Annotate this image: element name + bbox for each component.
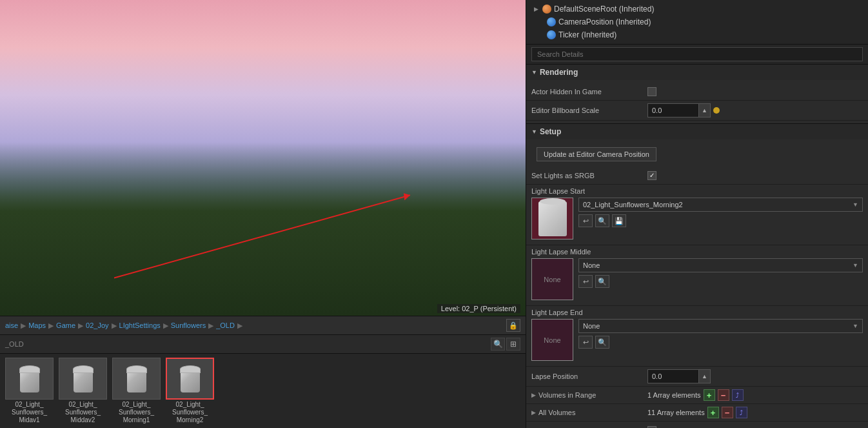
right-panel: ▶ DefaultSceneRoot (Inherited) CameraPos… <box>526 0 868 428</box>
billboard-scale-label: Editor Billboard Scale <box>531 107 647 114</box>
current-folder-label: _OLD <box>5 340 489 348</box>
breadcrumb-item-old[interactable]: _OLD <box>216 321 235 329</box>
light-lapse-middle-label: Light Lapse Middle <box>531 248 863 256</box>
light-lapse-end-label: Light Lapse End <box>531 309 863 316</box>
none-label: None <box>544 276 560 283</box>
setup-section-content: Update at Editor Camera Position Set Lig… <box>526 139 868 428</box>
breadcrumb-item-game[interactable]: Game <box>56 321 75 329</box>
all-volumes-text: All Volumes <box>538 409 575 416</box>
hierarchy-item-camera-position[interactable]: CameraPosition (Inherited) <box>531 15 863 28</box>
actor-hidden-checkbox[interactable] <box>647 87 656 96</box>
light-lapse-start-content: 02_Light_Sunflowers_Morning2 ▼ ↩ 🔍 💾 <box>531 198 863 239</box>
light-lapse-middle-dropdown-value: None <box>583 261 600 269</box>
actor-hidden-value <box>647 87 863 96</box>
update-btn-row: Update at Editor Camera Position <box>526 142 868 167</box>
lapse-position-input-group: ▲ <box>647 369 711 383</box>
light-lapse-middle-content: None None ▼ ↩ 🔍 <box>531 258 863 300</box>
property-light-lapse-middle: Light Lapse Middle None None ▼ ↩ <box>526 245 868 306</box>
lapse-position-input[interactable] <box>647 369 699 383</box>
assets-grid: 02_Light_Sunflowers_Midav1 02_Light_Sunf… <box>0 354 526 428</box>
view-options-button[interactable]: ⊞ <box>506 338 520 351</box>
breadcrumb-item-sunflowers[interactable]: Sunflowers <box>171 321 206 329</box>
dropdown-arrow-icon-2: ▼ <box>853 262 858 269</box>
volumes-range-text: Volumes in Range <box>538 391 596 399</box>
property-update-directional-light: Update Directional Light in Game <box>526 422 868 428</box>
asset-item-1[interactable]: 02_Light_Sunflowers_Middav2 <box>59 358 107 424</box>
asset-search-bar: _OLD 🔍 ⊞ <box>0 335 526 354</box>
default-scene-root-label: DefaultSceneRoot (Inherited) <box>554 5 654 14</box>
light-lapse-start-save-btn[interactable]: 💾 <box>612 214 626 227</box>
asset-search-button[interactable]: 🔍 <box>491 338 505 351</box>
volumes-range-export-btn[interactable]: ⤴ <box>732 389 744 401</box>
lapse-position-arrow[interactable]: ▲ <box>699 369 711 383</box>
hierarchy-item-ticker[interactable]: Ticker (Inherited) <box>531 28 863 41</box>
volumes-range-add-btn[interactable]: + <box>704 389 715 401</box>
breadcrumb-item-maps[interactable]: Maps <box>28 321 46 329</box>
light-lapse-end-actions: ↩ 🔍 <box>578 336 863 349</box>
camera-position-label: CameraPosition (Inherited) <box>558 17 651 26</box>
rendering-collapse-arrow: ▼ <box>531 69 537 76</box>
breadcrumb-item-02joy[interactable]: 02_Joy <box>86 321 108 329</box>
property-volumes-in-range: ▶ Volumes in Range 1 Array elements + − … <box>526 387 868 404</box>
volumes-range-count: 1 Array elements <box>647 391 701 399</box>
asset-thumbnail-2 <box>112 358 161 400</box>
property-all-volumes: ▶ All Volumes 11 Array elements + − ⤴ <box>526 404 868 422</box>
light-lapse-start-dropdown[interactable]: 02_Light_Sunflowers_Morning2 ▼ <box>578 198 863 212</box>
asset-item-2[interactable]: 02_Light_Sunflowers_Morning1 <box>112 358 161 424</box>
light-lapse-middle-reset-btn[interactable]: ↩ <box>578 275 593 288</box>
lock-button[interactable]: 🔒 <box>506 319 520 332</box>
hierarchy-item-default-scene-root[interactable]: ▶ DefaultSceneRoot (Inherited) <box>531 3 863 15</box>
all-volumes-del-btn[interactable]: − <box>722 407 733 418</box>
light-lapse-end-search-btn[interactable]: 🔍 <box>595 336 609 349</box>
light-lapse-start-reset-btn[interactable]: ↩ <box>578 214 593 227</box>
asset-label-0: 02_Light_Sunflowers_Midav1 <box>12 401 47 424</box>
light-lapse-middle-dropdown[interactable]: None ▼ <box>578 258 863 272</box>
all-volumes-triangle: ▶ <box>531 409 536 416</box>
billboard-scale-value: ▲ <box>647 103 863 117</box>
billboard-scale-indicator <box>713 107 720 114</box>
light-lapse-middle-search-btn[interactable]: 🔍 <box>595 275 609 288</box>
asset-item-0[interactable]: 02_Light_Sunflowers_Midav1 <box>5 358 54 424</box>
billboard-scale-input[interactable] <box>647 103 699 117</box>
set-lights-srgb-value <box>647 171 863 180</box>
update-directional-light-checkbox[interactable] <box>647 426 656 429</box>
all-volumes-export-btn[interactable]: ⤴ <box>736 407 747 418</box>
setup-section: ▼ Setup Update at Editor Camera Position… <box>526 124 868 428</box>
update-editor-camera-btn[interactable]: Update at Editor Camera Position <box>537 147 656 161</box>
light-lapse-start-search-btn[interactable]: 🔍 <box>595 214 609 227</box>
volumes-in-range-value: 1 Array elements + − ⤴ <box>647 389 863 401</box>
rendering-section: ▼ Rendering Actor Hidden In Game Editor … <box>526 65 868 124</box>
property-light-lapse-end: Light Lapse End None None ▼ ↩ <box>526 306 868 367</box>
search-details <box>526 45 868 65</box>
asset-thumbnail-3 <box>166 358 214 400</box>
volumes-range-del-btn[interactable]: − <box>718 389 729 401</box>
ticker-icon <box>547 30 556 39</box>
scene-hierarchy: ▶ DefaultSceneRoot (Inherited) CameraPos… <box>526 0 868 45</box>
svg-line-1 <box>114 195 410 278</box>
property-set-lights-srgb: Set Lights as SRGB <box>526 167 868 185</box>
light-lapse-end-reset-btn[interactable]: ↩ <box>578 336 593 349</box>
breadcrumb-item-aise[interactable]: aise <box>5 321 18 329</box>
setup-section-header[interactable]: ▼ Setup <box>526 124 868 139</box>
set-lights-srgb-checkbox[interactable] <box>647 171 656 180</box>
all-volumes-add-btn[interactable]: + <box>707 407 719 418</box>
setup-section-label: Setup <box>540 127 561 136</box>
volumes-in-range-label: ▶ Volumes in Range <box>531 391 647 399</box>
asset-thumbnail-0 <box>5 358 54 400</box>
search-details-input[interactable] <box>531 47 863 61</box>
breadcrumb-item-lightsettings[interactable]: LIghtSettings <box>119 321 161 329</box>
rendering-section-header[interactable]: ▼ Rendering <box>526 65 868 80</box>
viewport-panel: Level: 02_P (Persistent) aise ▶ Maps ▶ G… <box>0 0 526 428</box>
breadcrumb-actions: 🔒 <box>506 319 520 332</box>
viewport-canvas[interactable]: Level: 02_P (Persistent) <box>0 0 526 316</box>
rendering-section-content: Actor Hidden In Game Editor Billboard Sc… <box>526 80 868 123</box>
light-lapse-middle-dropdown-area: None ▼ ↩ 🔍 <box>578 258 863 288</box>
light-lapse-end-dropdown[interactable]: None ▼ <box>578 319 863 333</box>
asset-label-1: 02_Light_Sunflowers_Middav2 <box>65 401 101 424</box>
light-lapse-start-thumbnail <box>531 198 573 239</box>
billboard-scale-arrow[interactable]: ▲ <box>699 103 711 117</box>
all-volumes-value: 11 Array elements + − ⤴ <box>647 407 863 418</box>
asset-item-3[interactable]: 02_Light_Sunflowers_Morning2 <box>166 358 214 424</box>
dropdown-arrow-icon-3: ▼ <box>853 323 858 329</box>
volumes-range-triangle: ▶ <box>531 392 536 398</box>
